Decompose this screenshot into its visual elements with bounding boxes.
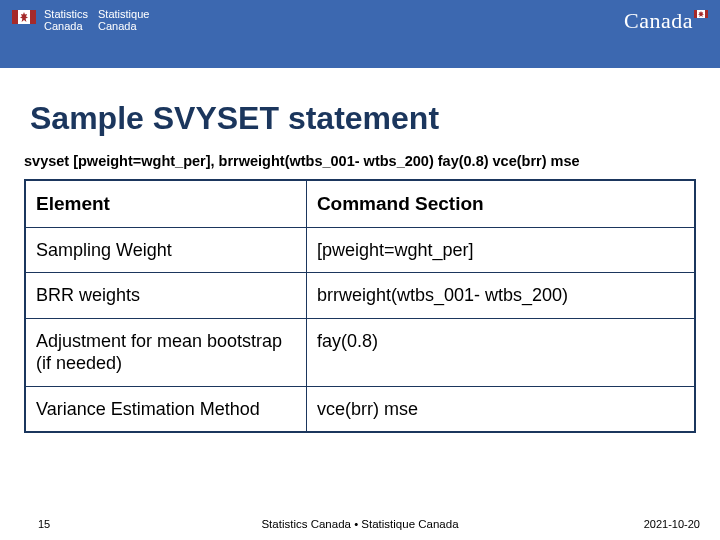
gov-fr-line1: Statistique bbox=[98, 8, 149, 20]
command-line: svyset [pweight=wght_per], brrweight(wtb… bbox=[24, 153, 696, 169]
slide-title: Sample SVYSET statement bbox=[30, 100, 696, 137]
header-section: Command Section bbox=[306, 180, 695, 227]
table-row: Sampling Weight [pweight=wght_per] bbox=[25, 227, 695, 273]
cell-element: Sampling Weight bbox=[25, 227, 306, 273]
cell-section: fay(0.8) bbox=[306, 318, 695, 386]
gov-en-line1: Statistics bbox=[44, 8, 88, 20]
cell-section: brrweight(wtbs_001- wtbs_200) bbox=[306, 273, 695, 319]
page-number: 15 bbox=[38, 518, 50, 530]
flag-icon bbox=[694, 10, 708, 18]
cell-section: vce(brr) mse bbox=[306, 386, 695, 432]
slide-footer: 15 Statistics Canada • Statistique Canad… bbox=[0, 518, 720, 530]
gov-en-line2: Canada bbox=[44, 20, 88, 32]
table-header-row: Element Command Section bbox=[25, 180, 695, 227]
header-bar: Statistics Canada Statistique Canada Can… bbox=[0, 0, 720, 68]
canada-wordmark: Canada bbox=[624, 8, 708, 34]
table-row: Adjustment for mean bootstrap (if needed… bbox=[25, 318, 695, 386]
command-table: Element Command Section Sampling Weight … bbox=[24, 179, 696, 433]
flag-icon bbox=[12, 10, 36, 24]
header-element: Element bbox=[25, 180, 306, 227]
footer-date: 2021-10-20 bbox=[644, 518, 700, 530]
canada-wordmark-text: Canada bbox=[624, 8, 693, 34]
cell-element: BRR weights bbox=[25, 273, 306, 319]
cell-element: Adjustment for mean bootstrap (if needed… bbox=[25, 318, 306, 386]
cell-section: [pweight=wght_per] bbox=[306, 227, 695, 273]
cell-element: Variance Estimation Method bbox=[25, 386, 306, 432]
gov-left-signature: Statistics Canada Statistique Canada bbox=[12, 8, 149, 32]
table-row: Variance Estimation Method vce(brr) mse bbox=[25, 386, 695, 432]
gov-fr-line2: Canada bbox=[98, 20, 149, 32]
footer-center-text: Statistics Canada • Statistique Canada bbox=[261, 518, 458, 530]
slide-content: Sample SVYSET statement svyset [pweight=… bbox=[0, 68, 720, 433]
gov-signature-text: Statistics Canada Statistique Canada bbox=[44, 8, 149, 32]
table-row: BRR weights brrweight(wtbs_001- wtbs_200… bbox=[25, 273, 695, 319]
